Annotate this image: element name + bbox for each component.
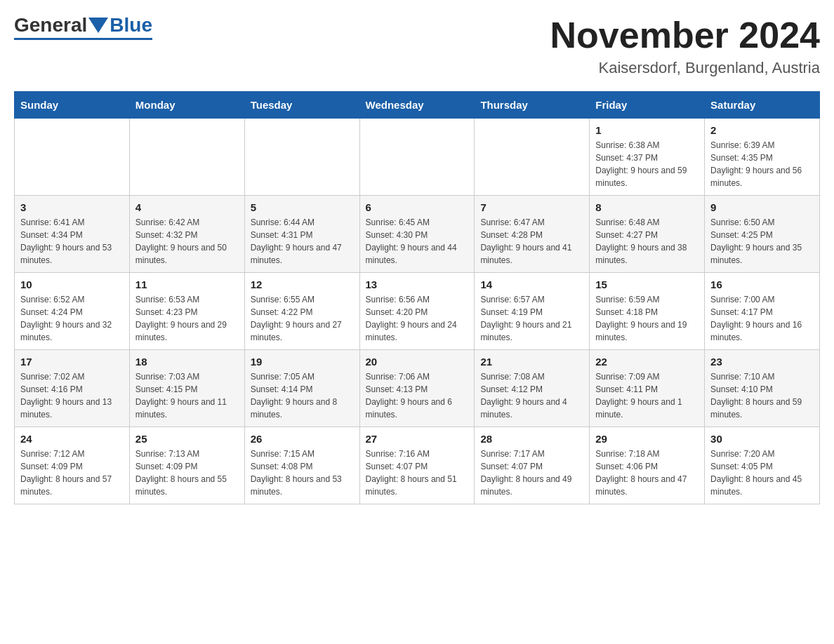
- day-number: 28: [480, 433, 583, 445]
- calendar-cell-w4-d0: 17Sunrise: 7:02 AMSunset: 4:16 PMDayligh…: [15, 350, 130, 427]
- weekday-header-row: Sunday Monday Tuesday Wednesday Thursday…: [15, 92, 820, 119]
- calendar-cell-w4-d5: 22Sunrise: 7:09 AMSunset: 4:11 PMDayligh…: [590, 350, 705, 427]
- day-number: 21: [480, 356, 583, 368]
- calendar-cell-w4-d3: 20Sunrise: 7:06 AMSunset: 4:13 PMDayligh…: [359, 350, 475, 427]
- calendar-cell-w2-d5: 8Sunrise: 6:48 AMSunset: 4:27 PMDaylight…: [590, 196, 705, 273]
- day-info: Sunrise: 6:39 AMSunset: 4:35 PMDaylight:…: [710, 139, 814, 189]
- day-number: 16: [710, 279, 814, 290]
- calendar-cell-w2-d1: 4Sunrise: 6:42 AMSunset: 4:32 PMDaylight…: [129, 196, 244, 273]
- day-info: Sunrise: 6:44 AMSunset: 4:31 PMDaylight:…: [251, 216, 354, 267]
- day-info: Sunrise: 7:09 AMSunset: 4:11 PMDaylight:…: [595, 370, 699, 421]
- logo-text: General Blue: [14, 14, 152, 36]
- week-row-4: 17Sunrise: 7:02 AMSunset: 4:16 PMDayligh…: [15, 350, 820, 427]
- calendar-cell-w4-d4: 21Sunrise: 7:08 AMSunset: 4:12 PMDayligh…: [475, 350, 590, 427]
- day-number: 12: [251, 279, 354, 290]
- calendar-cell-w2-d4: 7Sunrise: 6:47 AMSunset: 4:28 PMDaylight…: [475, 196, 590, 273]
- calendar-cell-w4-d6: 23Sunrise: 7:10 AMSunset: 4:10 PMDayligh…: [705, 350, 820, 427]
- week-row-2: 3Sunrise: 6:41 AMSunset: 4:34 PMDaylight…: [15, 196, 820, 273]
- logo-blue-text: Blue: [110, 14, 152, 36]
- day-number: 30: [710, 433, 814, 445]
- day-info: Sunrise: 6:57 AMSunset: 4:19 PMDaylight:…: [480, 293, 583, 344]
- day-info: Sunrise: 7:08 AMSunset: 4:12 PMDaylight:…: [480, 370, 583, 421]
- day-number: 1: [595, 124, 699, 136]
- calendar-cell-w3-d6: 16Sunrise: 7:00 AMSunset: 4:17 PMDayligh…: [705, 273, 820, 350]
- title-area: November 2024 Kaisersdorf, Burgenland, A…: [550, 14, 820, 77]
- calendar-cell-w1-d1: [129, 119, 244, 196]
- logo-underline: [14, 38, 152, 40]
- day-number: 7: [480, 201, 583, 213]
- day-number: 14: [480, 279, 583, 290]
- day-number: 6: [366, 201, 469, 213]
- calendar-cell-w1-d0: [15, 119, 130, 196]
- header-saturday: Saturday: [705, 92, 820, 119]
- day-number: 24: [20, 433, 124, 445]
- day-number: 19: [251, 356, 354, 368]
- calendar-cell-w5-d2: 26Sunrise: 7:15 AMSunset: 4:08 PMDayligh…: [244, 427, 359, 504]
- day-number: 29: [595, 433, 699, 445]
- day-info: Sunrise: 6:53 AMSunset: 4:23 PMDaylight:…: [135, 293, 239, 344]
- calendar-cell-w1-d4: [475, 119, 590, 196]
- calendar-cell-w2-d3: 6Sunrise: 6:45 AMSunset: 4:30 PMDaylight…: [359, 196, 475, 273]
- week-row-5: 24Sunrise: 7:12 AMSunset: 4:09 PMDayligh…: [15, 427, 820, 504]
- calendar-cell-w1-d5: 1Sunrise: 6:38 AMSunset: 4:37 PMDaylight…: [590, 119, 705, 196]
- day-info: Sunrise: 7:15 AMSunset: 4:08 PMDaylight:…: [251, 448, 354, 498]
- month-title: November 2024: [550, 14, 820, 56]
- day-number: 23: [710, 356, 814, 368]
- day-info: Sunrise: 6:41 AMSunset: 4:34 PMDaylight:…: [20, 216, 124, 267]
- day-info: Sunrise: 7:18 AMSunset: 4:06 PMDaylight:…: [595, 448, 699, 498]
- day-number: 10: [20, 279, 124, 290]
- header-tuesday: Tuesday: [244, 92, 359, 119]
- day-info: Sunrise: 7:10 AMSunset: 4:10 PMDaylight:…: [710, 370, 814, 421]
- day-info: Sunrise: 7:17 AMSunset: 4:07 PMDaylight:…: [480, 448, 583, 498]
- day-number: 2: [710, 124, 814, 136]
- day-number: 8: [595, 201, 699, 213]
- logo-triangle-icon: [88, 18, 108, 33]
- day-info: Sunrise: 6:45 AMSunset: 4:30 PMDaylight:…: [366, 216, 469, 267]
- calendar-cell-w5-d1: 25Sunrise: 7:13 AMSunset: 4:09 PMDayligh…: [129, 427, 244, 504]
- calendar-cell-w5-d3: 27Sunrise: 7:16 AMSunset: 4:07 PMDayligh…: [359, 427, 475, 504]
- calendar-cell-w5-d4: 28Sunrise: 7:17 AMSunset: 4:07 PMDayligh…: [475, 427, 590, 504]
- calendar-cell-w4-d1: 18Sunrise: 7:03 AMSunset: 4:15 PMDayligh…: [129, 350, 244, 427]
- day-info: Sunrise: 7:16 AMSunset: 4:07 PMDaylight:…: [366, 448, 469, 498]
- logo-general-text: General: [14, 14, 87, 36]
- day-number: 13: [366, 279, 469, 290]
- header-sunday: Sunday: [15, 92, 130, 119]
- calendar-cell-w1-d6: 2Sunrise: 6:39 AMSunset: 4:35 PMDaylight…: [705, 119, 820, 196]
- week-row-1: 1Sunrise: 6:38 AMSunset: 4:37 PMDaylight…: [15, 119, 820, 196]
- calendar-cell-w5-d6: 30Sunrise: 7:20 AMSunset: 4:05 PMDayligh…: [705, 427, 820, 504]
- page-header: General Blue November 2024 Kaisersdorf, …: [14, 14, 820, 77]
- day-info: Sunrise: 6:59 AMSunset: 4:18 PMDaylight:…: [595, 293, 699, 344]
- calendar-cell-w3-d2: 12Sunrise: 6:55 AMSunset: 4:22 PMDayligh…: [244, 273, 359, 350]
- day-number: 25: [135, 433, 239, 445]
- day-info: Sunrise: 6:55 AMSunset: 4:22 PMDaylight:…: [251, 293, 354, 344]
- week-row-3: 10Sunrise: 6:52 AMSunset: 4:24 PMDayligh…: [15, 273, 820, 350]
- day-number: 18: [135, 356, 239, 368]
- calendar-cell-w4-d2: 19Sunrise: 7:05 AMSunset: 4:14 PMDayligh…: [244, 350, 359, 427]
- day-number: 4: [135, 201, 239, 213]
- day-number: 27: [366, 433, 469, 445]
- calendar-table: Sunday Monday Tuesday Wednesday Thursday…: [14, 91, 820, 504]
- header-friday: Friday: [590, 92, 705, 119]
- calendar-cell-w3-d4: 14Sunrise: 6:57 AMSunset: 4:19 PMDayligh…: [475, 273, 590, 350]
- day-info: Sunrise: 7:05 AMSunset: 4:14 PMDaylight:…: [251, 370, 354, 421]
- day-number: 22: [595, 356, 699, 368]
- calendar-cell-w1-d2: [244, 119, 359, 196]
- day-info: Sunrise: 6:42 AMSunset: 4:32 PMDaylight:…: [135, 216, 239, 267]
- day-info: Sunrise: 6:38 AMSunset: 4:37 PMDaylight:…: [595, 139, 699, 189]
- header-monday: Monday: [129, 92, 244, 119]
- day-info: Sunrise: 7:00 AMSunset: 4:17 PMDaylight:…: [710, 293, 814, 344]
- day-info: Sunrise: 7:03 AMSunset: 4:15 PMDaylight:…: [135, 370, 239, 421]
- day-info: Sunrise: 7:20 AMSunset: 4:05 PMDaylight:…: [710, 448, 814, 498]
- calendar-cell-w3-d1: 11Sunrise: 6:53 AMSunset: 4:23 PMDayligh…: [129, 273, 244, 350]
- calendar-cell-w1-d3: [359, 119, 475, 196]
- day-info: Sunrise: 7:02 AMSunset: 4:16 PMDaylight:…: [20, 370, 124, 421]
- day-info: Sunrise: 6:47 AMSunset: 4:28 PMDaylight:…: [480, 216, 583, 267]
- day-info: Sunrise: 6:52 AMSunset: 4:24 PMDaylight:…: [20, 293, 124, 344]
- day-number: 3: [20, 201, 124, 213]
- calendar-cell-w3-d3: 13Sunrise: 6:56 AMSunset: 4:20 PMDayligh…: [359, 273, 475, 350]
- header-wednesday: Wednesday: [359, 92, 475, 119]
- calendar-cell-w2-d0: 3Sunrise: 6:41 AMSunset: 4:34 PMDaylight…: [15, 196, 130, 273]
- day-info: Sunrise: 6:48 AMSunset: 4:27 PMDaylight:…: [595, 216, 699, 267]
- calendar-cell-w3-d0: 10Sunrise: 6:52 AMSunset: 4:24 PMDayligh…: [15, 273, 130, 350]
- calendar-cell-w3-d5: 15Sunrise: 6:59 AMSunset: 4:18 PMDayligh…: [590, 273, 705, 350]
